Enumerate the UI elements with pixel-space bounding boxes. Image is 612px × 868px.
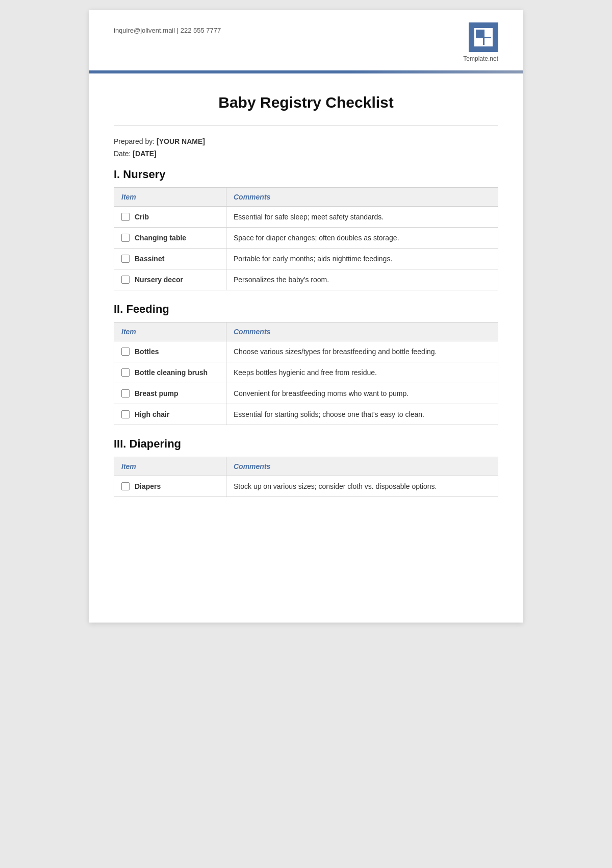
- comment-cell: Convenient for breastfeeding moms who wa…: [226, 383, 498, 404]
- section-title-nursery: I. Nursery: [114, 168, 498, 181]
- table-row: BottlesChoose various sizes/types for br…: [114, 341, 498, 362]
- item-cell: Bottle cleaning brush: [114, 362, 226, 383]
- item-name: Bottle cleaning brush: [135, 368, 208, 377]
- section-title-feeding: II. Feeding: [114, 303, 498, 316]
- comment-cell: Essential for starting solids; choose on…: [226, 404, 498, 425]
- logo-cell: [484, 38, 492, 45]
- table-header-cell: Comments: [226, 457, 498, 476]
- table-row: Changing tableSpace for diaper changes; …: [114, 228, 498, 249]
- date-value: [DATE]: [133, 150, 156, 158]
- logo-cell: [476, 38, 483, 45]
- table-row: Breast pumpConvenient for breastfeeding …: [114, 383, 498, 404]
- item-name: Changing table: [135, 234, 186, 242]
- logo-inner: [474, 28, 493, 46]
- date-label: Date:: [114, 150, 131, 158]
- checkbox-icon[interactable]: [121, 482, 130, 490]
- page-container: inquire@jolivent.mail | 222 555 7777 Tem…: [89, 10, 523, 623]
- table-feeding: ItemCommentsBottlesChoose various sizes/…: [114, 322, 498, 425]
- date-block: Date: [DATE]: [114, 150, 498, 158]
- item-cell: Changing table: [114, 228, 226, 249]
- logo-box: [469, 22, 498, 52]
- header-contact: inquire@jolivent.mail | 222 555 7777: [114, 27, 221, 34]
- section-title-diapering: III. Diapering: [114, 437, 498, 451]
- document-title: Baby Registry Checklist: [114, 94, 498, 111]
- table-row: DiapersStock up on various sizes; consid…: [114, 476, 498, 497]
- item-cell: Breast pump: [114, 383, 226, 404]
- item-name: Crib: [135, 213, 149, 221]
- checkbox-icon[interactable]: [121, 410, 130, 418]
- logo-cell: [476, 30, 483, 37]
- table-nursery: ItemCommentsCribEssential for safe sleep…: [114, 187, 498, 290]
- item-name: Nursery decor: [135, 276, 183, 284]
- logo-cell: [484, 30, 492, 37]
- checkbox-icon[interactable]: [121, 255, 130, 263]
- checkbox-icon[interactable]: [121, 348, 130, 356]
- item-cell: Bassinet: [114, 249, 226, 269]
- table-row: CribEssential for safe sleep; meet safet…: [114, 207, 498, 228]
- comment-cell: Portable for early months; aids nighttim…: [226, 249, 498, 269]
- table-row: High chairEssential for starting solids;…: [114, 404, 498, 425]
- table-header-cell: Comments: [226, 188, 498, 207]
- item-name: Diapers: [135, 482, 161, 490]
- comment-cell: Personalizes the baby's room.: [226, 269, 498, 290]
- table-row: Nursery decorPersonalizes the baby's roo…: [114, 269, 498, 290]
- content-area: Baby Registry Checklist Prepared by: [YO…: [89, 73, 523, 534]
- item-cell: Crib: [114, 207, 226, 228]
- checkbox-icon[interactable]: [121, 276, 130, 284]
- table-row: Bottle cleaning brushKeeps bottles hygie…: [114, 362, 498, 383]
- sections-container: I. NurseryItemCommentsCribEssential for …: [114, 168, 498, 497]
- comment-cell: Stock up on various sizes; consider clot…: [226, 476, 498, 497]
- item-cell: Bottles: [114, 341, 226, 362]
- header: inquire@jolivent.mail | 222 555 7777 Tem…: [89, 10, 523, 70]
- header-logo: Template.net: [463, 22, 498, 62]
- prepared-by: Prepared by: [YOUR NAME]: [114, 137, 498, 145]
- comment-cell: Choose various sizes/types for breastfee…: [226, 341, 498, 362]
- table-header-cell: Comments: [226, 323, 498, 341]
- item-name: High chair: [135, 410, 169, 418]
- item-cell: Diapers: [114, 476, 226, 497]
- checkbox-icon[interactable]: [121, 213, 130, 221]
- checkbox-icon[interactable]: [121, 368, 130, 377]
- prepared-by-value: [YOUR NAME]: [157, 137, 205, 145]
- prepared-by-label: Prepared by:: [114, 137, 155, 145]
- item-name: Bassinet: [135, 255, 164, 263]
- checkbox-icon[interactable]: [121, 234, 130, 242]
- comment-cell: Keeps bottles hygienic and free from res…: [226, 362, 498, 383]
- item-name: Bottles: [135, 348, 159, 356]
- item-cell: High chair: [114, 404, 226, 425]
- title-divider: [114, 126, 498, 126]
- comment-cell: Space for diaper changes; often doubles …: [226, 228, 498, 249]
- checkbox-icon[interactable]: [121, 389, 130, 398]
- table-header-cell: Item: [114, 323, 226, 341]
- header-brand: Template.net: [463, 55, 498, 62]
- item-name: Breast pump: [135, 389, 178, 398]
- table-header-cell: Item: [114, 457, 226, 476]
- item-cell: Nursery decor: [114, 269, 226, 290]
- table-row: BassinetPortable for early months; aids …: [114, 249, 498, 269]
- comment-cell: Essential for safe sleep; meet safety st…: [226, 207, 498, 228]
- table-diapering: ItemCommentsDiapersStock up on various s…: [114, 457, 498, 497]
- table-header-cell: Item: [114, 188, 226, 207]
